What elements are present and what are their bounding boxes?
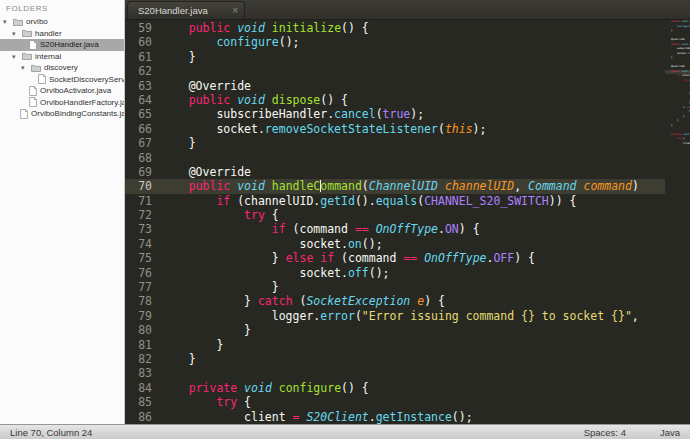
line-text: logger.error("Error issuing command {} t…	[161, 309, 639, 323]
tree-file-orvibohandlerfactory-java[interactable]: OrviboHandlerFactory.java	[0, 97, 124, 109]
line-text: socket.removeSocketStateListener(this);	[665, 52, 690, 55]
tree-folder-internal[interactable]: ▾internal	[0, 51, 124, 63]
code-line-65[interactable]: 65 subscribeHandler.cancel(true);	[125, 107, 690, 121]
line-text: } catch (SocketException e) {	[161, 294, 445, 308]
code-line-84[interactable]: 84 private void configure() {	[125, 381, 690, 395]
line-text: } else if (command == OnOffType.OFF) {	[161, 251, 535, 265]
line-number: 59	[125, 21, 161, 35]
tab-s20handler-java[interactable]: S20Handler.java ×	[127, 1, 245, 19]
code-line-85[interactable]: 85 try {	[125, 395, 690, 409]
code-line-75[interactable]: 75 } else if (command == OnOffType.OFF) …	[125, 251, 690, 265]
tree-item-label: S20Handler.java	[40, 40, 99, 49]
close-icon[interactable]: ×	[226, 6, 238, 16]
code-line-62[interactable]: 62	[125, 64, 690, 78]
line-number: 79	[125, 309, 161, 323]
tab-bar: S20Handler.java ×	[125, 0, 690, 20]
line-number: 74	[125, 237, 161, 251]
editor[interactable]: 59 public void initialize() {60 configur…	[125, 20, 690, 424]
line-text: public void handleCommand(ChannelUID cha…	[665, 70, 690, 73]
code-line-78[interactable]: 78 } catch (SocketException e) {	[125, 294, 690, 308]
tree-file-orvibobindingconstants-java[interactable]: OrviboBindingConstants.java	[0, 108, 124, 120]
line-number: 86	[125, 410, 161, 424]
line-text: @Override	[161, 165, 251, 179]
code-line-61[interactable]: 61 }	[125, 50, 690, 64]
minimap[interactable]: public void initialize() { configure(); …	[665, 20, 690, 424]
code-line-82[interactable]: 82 }	[125, 352, 690, 366]
folder-icon	[22, 52, 32, 60]
file-icon	[20, 109, 28, 119]
code-line-86[interactable]: 86 client = S20Client.getInstance();	[125, 410, 690, 424]
line-text: @Override	[161, 79, 251, 93]
line-number: 62	[125, 64, 161, 78]
tab-label: S20Handler.java	[138, 5, 226, 16]
line-number: 80	[125, 323, 161, 337]
line-number: 65	[125, 107, 161, 121]
line-number: 75	[125, 251, 161, 265]
tree-file-orviboactivator-java[interactable]: OrviboActivator.java	[0, 85, 124, 97]
tree-file-s20handler-java[interactable]: S20Handler.java	[0, 39, 124, 51]
code-line-86: client = S20Client.getInstance();	[665, 142, 690, 147]
file-icon	[38, 74, 46, 84]
chevron-down-icon[interactable]: ▾	[12, 53, 19, 60]
line-number: 69	[125, 165, 161, 179]
code-line-69[interactable]: 69 @Override	[125, 165, 690, 179]
line-text: logger.error("Error issuing command {} t…	[665, 110, 690, 113]
file-icon	[29, 97, 37, 107]
tree-file-socketdiscoveryservice-java[interactable]: SocketDiscoveryService.java	[0, 74, 124, 86]
code-line-72[interactable]: 72 try {	[125, 208, 690, 222]
code-area[interactable]: 59 public void initialize() {60 configur…	[125, 20, 690, 424]
tree-folder-discovery[interactable]: ▾discovery	[0, 62, 124, 74]
sidebar: FOLDERS ▾orvibo▾handlerS20Handler.java▾i…	[0, 0, 125, 424]
code-line-60[interactable]: 60 configure();	[125, 35, 690, 49]
line-text: try {	[665, 79, 690, 82]
line-text: socket.off();	[665, 97, 690, 100]
code-line-63[interactable]: 63 @Override	[125, 79, 690, 93]
code-line-73[interactable]: 73 if (command == OnOffType.ON) {	[125, 222, 690, 236]
code-line-74[interactable]: 74 socket.on();	[125, 237, 690, 251]
code-line-71[interactable]: 71 if (channelUID.getId().equals(CHANNEL…	[125, 194, 690, 208]
line-number: 73	[125, 222, 161, 236]
chevron-down-icon[interactable]: ▾	[3, 18, 10, 25]
chevron-down-icon[interactable]: ▾	[21, 64, 28, 71]
line-text: }	[161, 323, 251, 337]
line-text: if (command == OnOffType.ON) {	[665, 83, 690, 86]
folder-icon	[13, 18, 23, 26]
line-text: socket.off();	[161, 266, 390, 280]
line-number: 81	[125, 338, 161, 352]
line-number: 78	[125, 294, 161, 308]
line-number: 84	[125, 381, 161, 395]
tree-folder-handler[interactable]: ▾handler	[0, 28, 124, 40]
code-line-77[interactable]: 77 }	[125, 280, 690, 294]
code-line-68[interactable]: 68	[125, 151, 690, 165]
line-number: 70	[125, 179, 161, 193]
editor-pane: S20Handler.java × 59 public void initial…	[125, 0, 690, 424]
tree-folder-orvibo[interactable]: ▾orvibo	[0, 16, 124, 28]
line-number: 82	[125, 352, 161, 366]
line-text: } else if (command == OnOffType.OFF) {	[665, 92, 690, 95]
syntax-setting[interactable]: Java	[660, 427, 680, 438]
code-line-79[interactable]: 79 logger.error("Error issuing command {…	[125, 309, 690, 323]
code-line-59[interactable]: 59 public void initialize() {	[125, 21, 690, 35]
tree-item-label: OrviboHandlerFactory.java	[40, 98, 124, 107]
line-text: socket.on();	[665, 88, 690, 91]
code-line-70[interactable]: 70 public void handleCommand(ChannelUID …	[125, 179, 690, 193]
line-number: 83	[125, 366, 161, 380]
line-number: 64	[125, 93, 161, 107]
line-text: client = S20Client.getInstance();	[161, 410, 473, 424]
line-number: 72	[125, 208, 161, 222]
code-line-80[interactable]: 80 }	[125, 323, 690, 337]
code-line-76[interactable]: 76 socket.off();	[125, 266, 690, 280]
code-line-83[interactable]: 83	[125, 366, 690, 380]
code-line-81[interactable]: 81 }	[125, 338, 690, 352]
status-bar: Line 70, Column 24 Spaces: 4 Java	[0, 424, 690, 439]
line-text: client = S20Client.getInstance();	[665, 142, 690, 145]
chevron-down-icon[interactable]: ▾	[12, 30, 19, 37]
line-text: }	[161, 280, 279, 294]
line-text: private void configure() {	[161, 381, 369, 395]
line-number: 60	[125, 35, 161, 49]
code-line-66[interactable]: 66 socket.removeSocketStateListener(this…	[125, 122, 690, 136]
code-line-64[interactable]: 64 public void dispose() {	[125, 93, 690, 107]
code-line-67[interactable]: 67 }	[125, 136, 690, 150]
indent-setting[interactable]: Spaces: 4	[584, 427, 626, 438]
tree-item-label: SocketDiscoveryService.java	[49, 75, 124, 84]
